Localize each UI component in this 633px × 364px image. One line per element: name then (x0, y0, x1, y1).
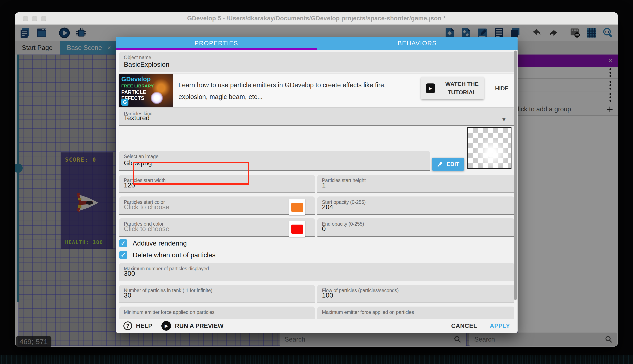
object-properties-dialog: PROPERTIES BEHAVIORS Object name BasicEx… (116, 37, 518, 333)
delete-when-out-checkbox-row[interactable]: ✓ Delete when out of particles (119, 251, 216, 259)
traffic-lights (23, 16, 46, 22)
end-opacity-field[interactable]: End opacity (0-255) 0 (317, 218, 514, 237)
cancel-button[interactable]: CANCEL (451, 322, 477, 330)
minimize-window-button[interactable] (32, 16, 37, 22)
annotation-highlight-rect (133, 162, 249, 185)
edit-image-button[interactable]: EDIT (432, 158, 464, 171)
tab-behaviors[interactable]: BEHAVIORS (317, 37, 518, 50)
tutorial-thumbnail[interactable]: GDevelop FREE LIBRARY PARTICLE EFFECTS G (119, 74, 173, 107)
tutorial-banner: GDevelop FREE LIBRARY PARTICLE EFFECTS G… (119, 74, 514, 107)
particles-end-color-field[interactable]: Particles end color Click to choose (119, 218, 315, 237)
watch-tutorial-button[interactable]: ▶ WATCH THE TUTORIAL (421, 77, 484, 100)
tab-properties[interactable]: PROPERTIES (116, 37, 317, 50)
min-emitter-force-field[interactable]: Minimum emitter force applied on particl… (119, 306, 315, 319)
apply-button[interactable]: APPLY (490, 322, 510, 330)
run-preview-button[interactable]: ▶ RUN A PREVIEW (161, 321, 223, 331)
checkbox-checked-icon[interactable]: ✓ (119, 239, 127, 247)
close-window-button[interactable] (23, 16, 28, 22)
start-color-swatch[interactable] (289, 200, 305, 215)
question-mark-icon: ? (123, 322, 132, 330)
start-opacity-field[interactable]: Start opacity (0-255) 204 (317, 196, 514, 215)
dialog-tabs: PROPERTIES BEHAVIORS (116, 37, 518, 50)
particles-kind-select[interactable]: Particles kind Textured ▼ (119, 108, 514, 126)
window-title: GDevelop 5 - /Users/dkarakay/Documents/G… (187, 15, 446, 22)
chevron-down-icon: ▼ (501, 116, 507, 123)
screenshot-root: GDevelop 5 - /Users/dkarakay/Documents/G… (0, 0, 633, 364)
object-name-field[interactable]: Object name BasicExplosion (119, 52, 514, 72)
dialog-scrollbar[interactable] (514, 50, 517, 300)
particles-start-color-field[interactable]: Particles start color Click to choose (119, 196, 315, 215)
help-button[interactable]: ? HELP (123, 322, 152, 330)
hide-tutorial-button[interactable]: HIDE (490, 82, 513, 95)
zoom-window-button[interactable] (41, 16, 46, 22)
max-emitter-force-field[interactable]: Maximum emitter force applied on particl… (317, 306, 514, 319)
play-icon: ▶ (161, 321, 171, 331)
checkbox-checked-icon[interactable]: ✓ (119, 251, 127, 259)
additive-rendering-checkbox-row[interactable]: ✓ Additive rendering (119, 239, 187, 247)
particle-texture-preview (467, 127, 511, 169)
gdevelop-logo: G (121, 98, 128, 106)
particles-tank-field[interactable]: Number of particles in tank (-1 for infi… (119, 285, 315, 303)
tutorial-description: Learn how to use particle emitters in GD… (173, 74, 416, 107)
end-color-swatch[interactable] (289, 221, 305, 237)
desktop-background (0, 355, 633, 364)
max-particles-field[interactable]: Maximum number of particles displayed 30… (119, 263, 514, 282)
paintbrush-icon (437, 161, 443, 167)
particles-flow-field[interactable]: Flow of particles (particles/seconds) 10… (317, 285, 514, 303)
titlebar: GDevelop 5 - /Users/dkarakay/Documents/G… (15, 12, 618, 25)
dialog-footer: ? HELP ▶ RUN A PREVIEW CANCEL APPLY (116, 319, 518, 333)
particles-start-height-field[interactable]: Particles start height 1 (317, 175, 514, 193)
youtube-play-icon: ▶ (426, 84, 435, 93)
gdevelop-window: GDevelop 5 - /Users/dkarakay/Documents/G… (15, 12, 618, 347)
